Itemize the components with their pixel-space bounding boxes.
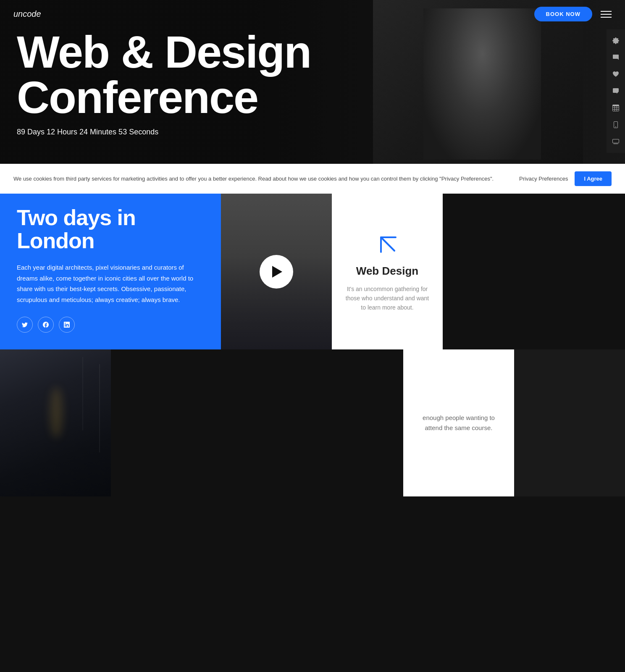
comment-icon bbox=[612, 54, 619, 61]
heart-icon bbox=[612, 71, 619, 78]
hamburger-menu-button[interactable] bbox=[601, 11, 612, 18]
chat-icon-btn[interactable] bbox=[607, 83, 625, 99]
cookie-banner: We use cookies from third party services… bbox=[0, 164, 625, 194]
hero-countdown: 89 Days 12 Hours 24 Minutes 53 Seconds bbox=[17, 128, 608, 136]
play-button[interactable] bbox=[260, 255, 293, 289]
arrow-icon bbox=[375, 231, 400, 256]
sidebar-icons-panel bbox=[607, 29, 625, 153]
social-icons bbox=[17, 317, 204, 333]
navbar-right: BOOK NOW bbox=[534, 7, 612, 21]
city-photo bbox=[0, 349, 111, 496]
page-wrapper: uncode BOOK NOW Web & Design Conference … bbox=[0, 0, 625, 496]
webdesign-icon bbox=[375, 231, 400, 258]
dark-area bbox=[111, 349, 403, 496]
content-grid: Two days in London Each year digital arc… bbox=[0, 194, 625, 349]
hero-title: Web & Design Conference bbox=[17, 29, 332, 120]
cookie-text: We use cookies from third party services… bbox=[13, 175, 511, 183]
city-street-bg bbox=[0, 349, 111, 496]
blue-panel-title: Two days in London bbox=[17, 206, 204, 252]
video-panel bbox=[221, 194, 332, 349]
heart-icon-btn[interactable] bbox=[607, 66, 625, 82]
cookie-actions: Privacy Preferences I Agree bbox=[519, 171, 612, 186]
webdesign-description: It's an uncommon gathering for those who… bbox=[344, 284, 431, 312]
bottom-right-dark bbox=[514, 349, 625, 496]
building-line bbox=[99, 364, 100, 452]
gear-icon-btn[interactable] bbox=[607, 33, 625, 49]
svg-line-0 bbox=[381, 237, 394, 251]
facebook-icon bbox=[43, 322, 49, 328]
linkedin-icon bbox=[64, 322, 70, 328]
logo: uncode bbox=[13, 9, 41, 19]
blue-panel-description: Each year digital architects, pixel visi… bbox=[17, 262, 204, 305]
mobile-icon bbox=[612, 121, 619, 128]
street-light-glow bbox=[50, 387, 63, 438]
twitter-icon bbox=[22, 322, 28, 328]
building-line-2 bbox=[82, 357, 83, 430]
bottom-card-text: enough people wanting to attend the same… bbox=[413, 413, 504, 433]
book-now-button[interactable]: BOOK NOW bbox=[534, 7, 592, 21]
mobile-icon-btn[interactable] bbox=[607, 117, 625, 133]
twitter-button[interactable] bbox=[17, 317, 33, 333]
table-icon bbox=[612, 105, 619, 111]
tv-icon bbox=[612, 138, 619, 145]
comment-icon-btn[interactable] bbox=[607, 50, 625, 66]
privacy-preferences-button[interactable]: Privacy Preferences bbox=[519, 176, 568, 182]
table-icon-btn[interactable] bbox=[607, 100, 625, 116]
navbar: uncode BOOK NOW bbox=[0, 0, 625, 28]
bottom-row: enough people wanting to attend the same… bbox=[0, 349, 625, 496]
blue-panel: Two days in London Each year digital arc… bbox=[0, 194, 221, 349]
play-triangle-icon bbox=[272, 266, 282, 278]
tv-icon-btn[interactable] bbox=[607, 134, 625, 150]
webdesign-panel: Web Design It's an uncommon gathering fo… bbox=[332, 194, 443, 349]
hero-section: uncode BOOK NOW Web & Design Conference … bbox=[0, 0, 625, 164]
webdesign-title: Web Design bbox=[356, 265, 418, 278]
bottom-text-card: enough people wanting to attend the same… bbox=[403, 349, 514, 496]
gear-icon bbox=[612, 37, 619, 44]
facebook-button[interactable] bbox=[38, 317, 54, 333]
chat-icon bbox=[612, 88, 619, 94]
i-agree-button[interactable]: I Agree bbox=[575, 171, 612, 186]
linkedin-button[interactable] bbox=[59, 317, 75, 333]
